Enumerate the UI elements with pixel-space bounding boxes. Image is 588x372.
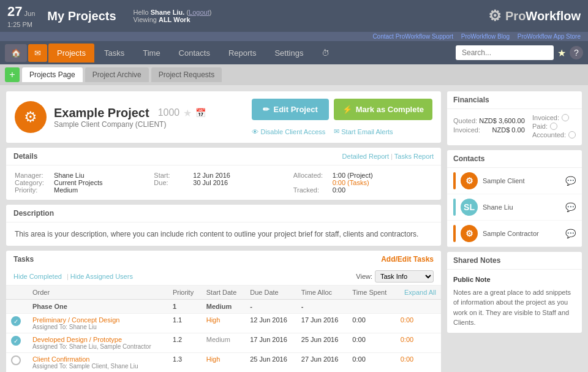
invoiced-radio-circle [562, 114, 569, 121]
mail-icon: ✉ [334, 127, 339, 135]
hide-assigned-link[interactable]: Hide Assigned Users [67, 273, 133, 280]
logo: ⚙ ProWorkflow [488, 7, 581, 25]
allocated-project-row: Allocated: 1:00 (Project) [293, 172, 432, 179]
nav-timer[interactable]: ⏱ [313, 44, 338, 63]
search-input[interactable] [456, 45, 554, 60]
greeting-text: Hello Shane Liu. (Logout) Viewing ALL Wo… [134, 9, 212, 23]
tab-projects-page[interactable]: Projects Page [22, 67, 83, 82]
contact-bar [453, 199, 456, 216]
col-due: Due Date [245, 286, 296, 300]
project-name-area: Example Project 1000 ★ 📅 Sample Client C… [54, 106, 206, 129]
col-alloc: Time Alloc [296, 286, 348, 300]
mark-complete-button[interactable]: ⚡ Mark as Complete [334, 99, 432, 120]
allocated-tasks-row: 0:00 (Tasks) [293, 179, 432, 186]
help-button[interactable]: ? [570, 46, 583, 59]
nav-search-area: ★ ? [456, 45, 583, 60]
start-row: Start: 12 Jun 2016 [154, 172, 293, 179]
contact-message-icon[interactable]: 💬 [565, 229, 576, 238]
contact-support-link[interactable]: Contact ProWorkflow Support [372, 33, 453, 40]
details-header: Details Detailed Report Tasks Report [6, 148, 441, 165]
financials-title: Financials [447, 91, 582, 109]
details-header-links: Detailed Report Tasks Report [342, 153, 434, 160]
task-check-icon[interactable]: ✓ [11, 336, 21, 346]
blog-link[interactable]: ProWorkflow Blog [461, 33, 510, 40]
project-name: Example Project [54, 106, 149, 120]
project-actions: ✏ Edit Project ⚡ Mark as Complete 👁 [252, 99, 432, 135]
project-info-row: ⚙ Example Project 1000 ★ 📅 Sample Client… [6, 91, 441, 143]
details-grid: Manager: Shane Liu Category: Current Pro… [6, 165, 441, 200]
task-check-icon[interactable] [11, 355, 21, 365]
task-view-select[interactable]: Task Info Time Info Financial Info [375, 270, 434, 283]
avatar: SL [461, 199, 478, 216]
accounted-radio: Accounted: [532, 131, 576, 139]
details-box: Details Detailed Report Tasks Report Man… [6, 148, 441, 200]
task-assigned: Assigned To: Sample Client, Shane Liu [32, 363, 163, 370]
invoiced-row: Invoiced: NZD$ 0.00 [453, 126, 525, 134]
tab-project-requests[interactable]: Project Requests [151, 67, 222, 82]
paid-radio-circle [550, 123, 557, 130]
quoted-row: Quoted: NZD$ 3,600.00 [453, 117, 525, 124]
contacts-title: Contacts [447, 150, 582, 168]
project-calendar-icon[interactable]: 📅 [195, 108, 206, 118]
nav-reports[interactable]: Reports [220, 44, 265, 63]
accounted-radio-circle [568, 131, 576, 139]
tab-project-archive[interactable]: Project Archive [85, 67, 149, 82]
tasks-report-link[interactable]: Tasks Report [391, 153, 434, 160]
task-row: Client Confirmation Assigned To: Sample … [6, 353, 441, 373]
nav-settings[interactable]: Settings [266, 44, 312, 63]
manager-row: Manager: Shane Liu [15, 172, 154, 179]
task-check-icon[interactable]: ✓ [11, 316, 21, 326]
top-header: 27 Jun 1:25 PM My Projects Hello Shane L… [0, 0, 588, 32]
hide-completed-link[interactable]: Hide Completed [13, 273, 62, 280]
add-project-button[interactable]: + [5, 67, 20, 82]
edit-icon: ✏ [263, 105, 270, 114]
nav-time[interactable]: Time [134, 44, 168, 63]
description-header: Description [6, 205, 441, 222]
nav-home-button[interactable]: 🏠 [5, 44, 27, 62]
paid-radio: Paid: [532, 123, 576, 130]
nav-contacts[interactable]: Contacts [170, 44, 219, 63]
shared-notes-box: Shared Notes Public Note Notes are a gre… [447, 252, 582, 333]
user-name: Shane Liu. [151, 9, 185, 16]
nav-projects[interactable]: Projects [48, 44, 94, 63]
contact-message-icon[interactable]: 💬 [565, 202, 576, 212]
contact-message-icon[interactable]: 💬 [565, 176, 576, 186]
favorite-icon[interactable]: ★ [557, 47, 566, 59]
project-star-icon[interactable]: ★ [183, 107, 192, 119]
main-content: ⚙ Example Project 1000 ★ 📅 Sample Client… [0, 85, 588, 372]
app-store-link[interactable]: ProWorkflow App Store [518, 33, 581, 40]
due-row: Due: 30 Jul 2016 [154, 179, 293, 186]
add-edit-tasks-link[interactable]: Add/Edit Tasks [381, 255, 434, 264]
left-panel: ⚙ Example Project 1000 ★ 📅 Sample Client… [6, 91, 441, 372]
view-label: View: [356, 273, 372, 280]
start-email-button[interactable]: ✉ Start Email Alerts [334, 127, 393, 135]
project-header-box: ⚙ Example Project 1000 ★ 📅 Sample Client… [6, 91, 441, 143]
contact-item: ⚙ Sample Client 💬 [447, 168, 582, 194]
col-order: Order [28, 286, 168, 300]
task-name-link[interactable]: Preliminary / Concept Design [32, 316, 163, 324]
col-check [6, 286, 28, 300]
nav-bar: 🏠 ✉ Projects Tasks Time Contacts Reports… [0, 41, 588, 64]
nav-tasks[interactable]: Tasks [96, 44, 133, 63]
tasks-view-area: View: Task Info Time Info Financial Info [356, 270, 434, 283]
task-name-link[interactable]: Client Confirmation [32, 355, 163, 363]
col-expand: Expand All [396, 286, 441, 300]
header-left: 27 Jun 1:25 PM My Projects Hello Shane L… [7, 3, 211, 29]
task-name-link[interactable]: Developed Design / Prototype [32, 336, 163, 343]
tasks-controls: Hide Completed Hide Assigned Users View:… [6, 268, 441, 286]
logout-link[interactable]: Logout [189, 9, 209, 16]
detailed-report-link[interactable]: Detailed Report [342, 153, 389, 160]
edit-project-button[interactable]: ✏ Edit Project [252, 99, 328, 120]
disable-client-button[interactable]: 👁 Disable Client Access [252, 127, 325, 135]
nav-mail-button[interactable]: ✉ [28, 44, 47, 62]
tasks-box: Tasks Add/Edit Tasks Hide Completed Hide… [6, 251, 441, 372]
phase-row: Phase One 1 Medium - - [6, 300, 441, 314]
date-block: 27 Jun 1:25 PM [7, 3, 35, 29]
note-text: Notes are a great place to add snippets … [453, 287, 576, 328]
col-spent: Time Spent [347, 286, 395, 300]
project-client: Sample Client Company (CLIENT) [54, 120, 206, 129]
financials-right: Invoiced: Paid: Accounted: [532, 114, 576, 139]
sub-nav: + Projects Page Project Archive Project … [0, 64, 588, 85]
task-row: ✓ Developed Design / Prototype Assigned … [6, 333, 441, 353]
category-row: Category: Current Projects [15, 179, 154, 186]
